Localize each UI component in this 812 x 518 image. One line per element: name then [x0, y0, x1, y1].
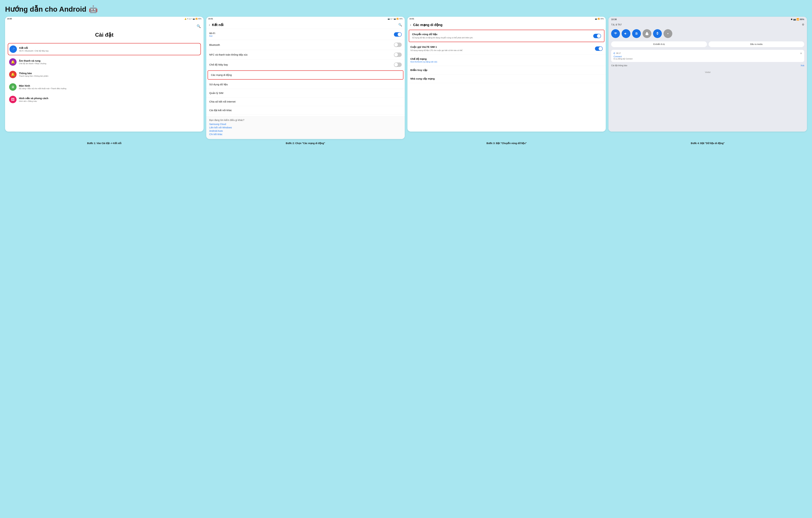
- am-thanh-text: Âm thanh và rung Chế độ âm thanh • Nhạc …: [19, 59, 200, 65]
- screen2-settings-list: Wi-Fi Kiet Bluetooth NFC và thanh: [206, 29, 405, 115]
- tile-sound[interactable]: [621, 29, 630, 38]
- toggle-roaming[interactable]: [593, 34, 601, 38]
- settings-nfc[interactable]: NFC và thanh toán không tiếp xúc: [206, 50, 405, 60]
- status-bar-1: 14:00 🔔 ↻ ◎ • 📷 📶 45%: [5, 17, 204, 21]
- screen4-statusbar: 10:38 ✱ 📷 📶 86%: [608, 17, 807, 22]
- tile-other[interactable]: [664, 29, 672, 38]
- connect-title: Connect: [613, 55, 802, 58]
- link-more[interactable]: Chi tiết khác: [209, 133, 402, 136]
- link-samsung-cloud[interactable]: Samsung Cloud: [209, 123, 402, 125]
- search-tip-title: Bạn đang tìm kiếm điều gì khác?: [209, 119, 402, 121]
- back-button-3[interactable]: ‹: [410, 23, 411, 27]
- screen1-content: 🔍 Cài đặt Kết nối Wi-Fi • Bluetooth • Ch…: [5, 21, 204, 110]
- toggle-volte[interactable]: [595, 47, 603, 51]
- settings-gear-icon[interactable]: ⚙: [802, 23, 804, 26]
- icon-man-hinh: 🖥: [9, 83, 17, 91]
- tile-data[interactable]: [653, 29, 662, 38]
- screen4-content: 10:38 ✱ 📷 📶 86% T.6, 8 Th7 ⚙ B: [608, 17, 807, 132]
- am-thanh-sub: Chế độ âm thanh • Nhạc chuông: [19, 62, 200, 65]
- step-4: Bước 4: Bật "Dữ liệu di động": [608, 142, 807, 145]
- screen3-header: ‹ Các mạng di động: [407, 21, 606, 29]
- icon-am-thanh: 🔔: [9, 58, 17, 66]
- connect-sub: D.vụ đồng bộ Connect: [613, 58, 802, 60]
- screens-container: 14:00 🔔 ↻ ◎ • 📷 📶 45% 🔍 Cài đặt: [5, 17, 807, 139]
- s4-time: 10:38: [611, 18, 617, 21]
- item-network-mode[interactable]: Chế độ mạng 5G/LTE/3G/2G (tự động kết nố…: [407, 55, 606, 66]
- search-tip: Bạn đang tìm kiếm điều gì khác? Samsung …: [206, 116, 405, 139]
- item-apn[interactable]: Điểm truy cập: [407, 66, 606, 75]
- settings-data-usage[interactable]: Sử dụng dữ liệu: [206, 80, 405, 89]
- screen1-title: Cài đặt: [8, 32, 201, 38]
- settings-hotspot[interactable]: Chia sẻ kết nối internet: [206, 97, 405, 106]
- quick-tiles-container: B: [608, 27, 807, 40]
- search-icon-2[interactable]: 🔍: [398, 23, 402, 27]
- item-roaming[interactable]: Chuyển vùng dữ liệu Sử dụng dữ liệu di đ…: [409, 30, 605, 42]
- icon-hinh-nen: 🖼: [9, 96, 17, 103]
- status-icons-2: 📷 ◎ • 📷 📶 44%: [388, 18, 403, 20]
- tile-bluetooth[interactable]: B: [632, 29, 641, 38]
- notif-settings-link[interactable]: Cài đặt thông báo: [611, 64, 627, 67]
- item-volte[interactable]: Cuộc gọi VoLTE SIM 1 Sử dụng mạng dữ liệ…: [407, 43, 606, 55]
- carrier-name: Viettel: [608, 68, 807, 77]
- screen2-header: ‹ Kết nối 🔍: [206, 21, 405, 29]
- ket-noi-text: Kết nối Wi-Fi • Bluetooth • Chế độ Máy b…: [19, 47, 199, 52]
- tile-lock[interactable]: [643, 29, 651, 38]
- status-bar-3: 14:01 📷 📶 44%: [407, 17, 606, 21]
- status-time-1: 14:00: [7, 18, 12, 20]
- menu-item-thong-bao[interactable]: 🔔 Thông báo Thanh trạng thái • Không làm…: [8, 69, 201, 80]
- status-icons-3: 📷 📶 44%: [595, 18, 604, 20]
- notif-dismiss-btn[interactable]: Xoá: [801, 64, 804, 67]
- expand-icon[interactable]: ∨: [800, 52, 802, 55]
- menu-item-man-hinh[interactable]: 🖥 Màn hình Độ sáng • Bảo vệ cho mắt thoả…: [8, 81, 201, 93]
- toggle-airplane[interactable]: [394, 62, 402, 67]
- tile-wifi[interactable]: [611, 29, 620, 38]
- status-time-2: 14:01: [208, 18, 213, 20]
- man-hinh-text: Màn hình Độ sáng • Bảo vệ cho mắt thoải …: [19, 84, 200, 90]
- toggle-nfc[interactable]: [394, 53, 402, 57]
- page-title: Hướng dẫn cho Android 🤖: [5, 5, 807, 13]
- ctrl-device[interactable]: Đ.khiển th.bị: [611, 41, 707, 47]
- settings-other[interactable]: Cài đặt kết nối khác: [206, 106, 405, 115]
- item-network-provider[interactable]: Nhà cung cấp mạng: [407, 75, 606, 83]
- settings-bluetooth[interactable]: Bluetooth: [206, 40, 405, 50]
- settings-airplane[interactable]: Chế độ Máy bay: [206, 60, 405, 70]
- link-android-auto[interactable]: Android Auto: [209, 130, 402, 132]
- thong-bao-sub: Thanh trạng thái • Không làm phiền: [19, 75, 200, 77]
- steps-container: Bước 1: Vào Cài đặt -> Kết nối Bước 2: C…: [5, 142, 807, 145]
- hinh-nen-sub: Hình nền • Bảng màu: [19, 100, 200, 102]
- settings-wifi[interactable]: Wi-Fi Kiet: [206, 29, 405, 40]
- settings-mobile-networks[interactable]: Các mạng di động: [208, 70, 403, 80]
- step-1: Bước 1: Vào Cài đặt -> Kết nối: [5, 142, 204, 145]
- toggle-bluetooth[interactable]: [394, 42, 402, 47]
- search-icon[interactable]: 🔍: [197, 24, 201, 28]
- screen-4: 10:38 ✱ 📷 📶 86% T.6, 8 Th7 ⚙ B: [608, 17, 807, 132]
- toggle-wifi[interactable]: [394, 32, 402, 37]
- svg-point-4: [668, 33, 669, 34]
- svg-point-0: [615, 35, 616, 35]
- connect-time: 08:17: [616, 52, 621, 54]
- svg-rect-2: [646, 33, 648, 35]
- menu-item-ket-noi[interactable]: Kết nối Wi-Fi • Bluetooth • Chế độ Máy b…: [8, 43, 201, 55]
- thong-bao-title: Thông báo: [19, 72, 200, 75]
- s4-date: T.6, 8 Th7: [611, 23, 621, 26]
- link-windows[interactable]: Liên kết với Windows: [209, 126, 402, 129]
- screen1-search: 🔍: [8, 24, 201, 28]
- notification-row: Cài đặt thông báo Xoá: [608, 63, 807, 68]
- status-icons-1: 🔔 ↻ ◎ • 📷 📶 45%: [184, 18, 202, 20]
- menu-item-am-thanh[interactable]: 🔔 Âm thanh và rung Chế độ âm thanh • Nhạ…: [8, 56, 201, 68]
- connect-card: C 08:17 ∨ Connect D.vụ đồng bộ Connect: [611, 50, 804, 62]
- hinh-nen-text: Hình nền và phong cách Hình nền • Bảng m…: [19, 97, 200, 102]
- step-2: Bước 2: Chọn "Các mạng di động": [206, 142, 405, 145]
- ctrl-media[interactable]: Đầu ra media: [708, 41, 804, 47]
- menu-item-hinh-nen[interactable]: 🖼 Hình nền và phong cách Hình nền • Bảng…: [8, 94, 201, 105]
- back-button-2[interactable]: ‹: [209, 23, 210, 27]
- screen4-controls: Đ.khiển th.bị Đầu ra media: [608, 40, 807, 49]
- android-icon: 🤖: [89, 5, 98, 13]
- page-title-text: Hướng dẫn cho Android: [5, 5, 86, 13]
- status-bar-2: 14:01 📷 ◎ • 📷 📶 44%: [206, 17, 405, 21]
- screen4-date-row: T.6, 8 Th7 ⚙: [608, 22, 807, 27]
- screen-2: 14:01 📷 ◎ • 📷 📶 44% ‹ Kết nối 🔍 Wi-Fi Ki…: [206, 17, 405, 139]
- settings-sim[interactable]: Quản lý SIM: [206, 89, 405, 97]
- ket-noi-title: Kết nối: [19, 47, 199, 50]
- man-hinh-title: Màn hình: [19, 84, 200, 87]
